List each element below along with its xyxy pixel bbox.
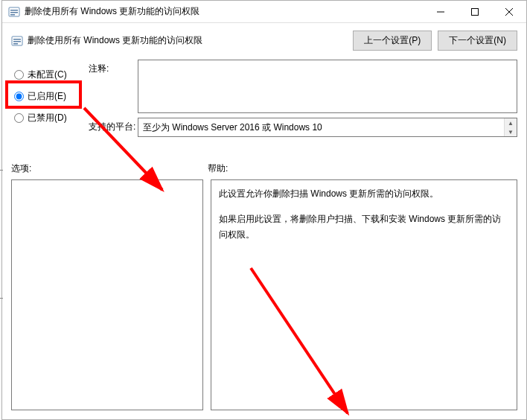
svg-rect-2 bbox=[10, 12, 18, 13]
radio-enabled[interactable]: 已启用(E) bbox=[11, 86, 89, 107]
radio-disabled[interactable]: 已禁用(D) bbox=[11, 107, 89, 129]
prev-setting-button[interactable]: 上一个设置(P) bbox=[353, 31, 432, 51]
scroll-up-icon: ▲ bbox=[505, 118, 517, 127]
policy-icon bbox=[11, 35, 23, 47]
scrollbar[interactable]: ▲ ▼ bbox=[504, 118, 517, 136]
svg-rect-3 bbox=[10, 14, 15, 16]
options-label: 选项: bbox=[11, 162, 208, 175]
radio-label: 已启用(E) bbox=[28, 90, 66, 103]
help-text: 此设置允许你删除扫描 Windows 更新所需的访问权限。 如果启用此设置，将删… bbox=[211, 180, 517, 258]
titlebar: 删除使用所有 Windows 更新功能的访问权限 bbox=[2, 1, 526, 23]
scroll-down-icon: ▼ bbox=[505, 127, 517, 136]
close-button[interactable] bbox=[492, 1, 526, 23]
radio-not-configured-input[interactable] bbox=[14, 70, 24, 80]
help-paragraph: 如果启用此设置，将删除用户扫描、下载和安装 Windows 更新所需的访问权限。 bbox=[219, 211, 509, 242]
help-pane[interactable]: 此设置允许你删除扫描 Windows 更新所需的访问权限。 如果启用此设置，将删… bbox=[211, 179, 517, 410]
comment-textarea[interactable] bbox=[138, 60, 517, 113]
window-title: 删除使用所有 Windows 更新功能的访问权限 bbox=[25, 5, 424, 18]
help-label: 帮助: bbox=[208, 162, 228, 175]
svg-rect-11 bbox=[13, 43, 18, 45]
next-setting-button[interactable]: 下一个设置(N) bbox=[438, 31, 517, 51]
platform-label: 支持的平台: bbox=[89, 118, 138, 137]
svg-rect-10 bbox=[13, 41, 21, 42]
header-row: 删除使用所有 Windows 更新功能的访问权限 上一个设置(P) 下一个设置(… bbox=[2, 23, 526, 57]
platform-value: 至少为 Windows Server 2016 或 Windows 10 bbox=[143, 121, 322, 134]
options-pane[interactable] bbox=[11, 179, 203, 410]
radio-label: 已禁用(D) bbox=[28, 112, 67, 124]
policy-icon bbox=[8, 6, 20, 18]
supported-platform-box: 至少为 Windows Server 2016 或 Windows 10 ▲ ▼ bbox=[138, 118, 517, 137]
radio-label: 未配置(C) bbox=[28, 69, 67, 81]
dialog-window: 删除使用所有 Windows 更新功能的访问权限 删除使用所有 Windows … bbox=[1, 0, 527, 420]
comment-label: 注释: bbox=[89, 60, 138, 113]
radio-enabled-input[interactable] bbox=[14, 92, 24, 101]
radio-disabled-input[interactable] bbox=[14, 113, 24, 123]
policy-title: 删除使用所有 Windows 更新功能的访问权限 bbox=[28, 34, 353, 47]
radio-not-configured[interactable]: 未配置(C) bbox=[11, 64, 89, 86]
minimize-button[interactable] bbox=[424, 1, 458, 23]
maximize-button[interactable] bbox=[458, 1, 492, 23]
svg-rect-9 bbox=[13, 39, 21, 40]
help-paragraph: 此设置允许你删除扫描 Windows 更新所需的访问权限。 bbox=[219, 186, 509, 201]
svg-rect-1 bbox=[10, 10, 18, 11]
svg-rect-5 bbox=[472, 8, 479, 15]
state-radio-group: 未配置(C) 已启用(E) 已禁用(D) bbox=[11, 60, 89, 141]
